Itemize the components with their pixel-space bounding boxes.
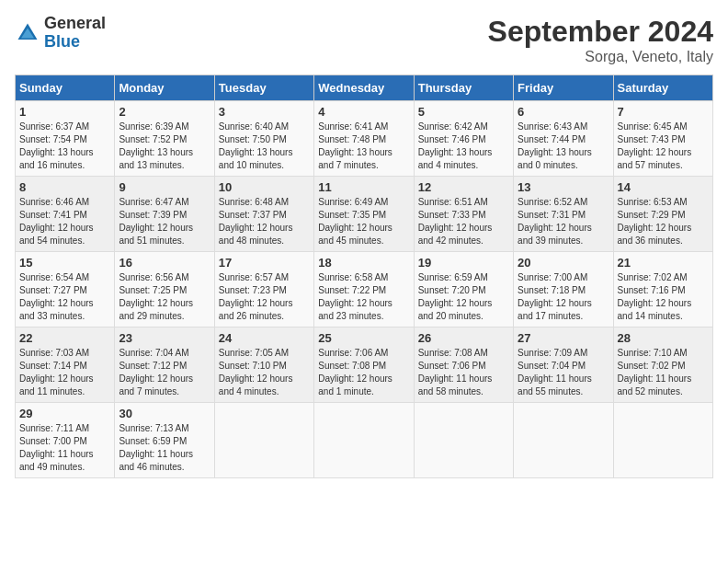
day-number: 26: [418, 331, 509, 345]
sunset-text: Sunset: 7:43 PM: [618, 133, 709, 146]
calendar-cell-w3d2: 24Sunrise: 7:05 AMSunset: 7:10 PMDayligh…: [214, 327, 313, 403]
sunrise-text: Sunrise: 6:45 AM: [618, 121, 709, 133]
sunset-text: Sunset: 7:39 PM: [119, 209, 210, 222]
daylight-text: Daylight: 13 hours and 7 minutes.: [318, 146, 409, 172]
calendar-cell-w2d3: 18Sunrise: 6:58 AMSunset: 7:22 PMDayligh…: [314, 252, 414, 327]
calendar-cell-w1d6: 14Sunrise: 6:53 AMSunset: 7:29 PMDayligh…: [613, 177, 712, 252]
logo-text: General Blue: [44, 15, 106, 52]
sunset-text: Sunset: 7:18 PM: [518, 284, 609, 297]
sunrise-text: Sunrise: 6:47 AM: [119, 196, 210, 209]
calendar-cell-w1d3: 11Sunrise: 6:49 AMSunset: 7:35 PMDayligh…: [314, 177, 414, 252]
sunrise-text: Sunrise: 6:56 AM: [119, 271, 210, 284]
sunrise-text: Sunrise: 6:46 AM: [19, 196, 110, 209]
daylight-text: Daylight: 12 hours and 36 minutes.: [618, 222, 709, 247]
daylight-text: Daylight: 12 hours and 1 minute.: [318, 373, 409, 398]
daylight-text: Daylight: 13 hours and 10 minutes.: [219, 146, 310, 172]
day-number: 23: [119, 331, 210, 345]
day-number: 15: [19, 256, 110, 270]
sunset-text: Sunset: 7:41 PM: [19, 209, 110, 222]
sunset-text: Sunset: 7:25 PM: [119, 284, 210, 297]
calendar-cell-w3d4: 26Sunrise: 7:08 AMSunset: 7:06 PMDayligh…: [414, 327, 513, 403]
week-row-1: 8Sunrise: 6:46 AMSunset: 7:41 PMDaylight…: [16, 177, 713, 252]
day-number: 7: [618, 105, 709, 119]
day-number: 9: [119, 180, 210, 194]
daylight-text: Daylight: 12 hours and 20 minutes.: [418, 297, 509, 323]
sunset-text: Sunset: 7:10 PM: [219, 360, 310, 373]
sunset-text: Sunset: 7:27 PM: [19, 284, 110, 297]
sunrise-text: Sunrise: 7:03 AM: [19, 347, 110, 360]
calendar-cell-w3d0: 22Sunrise: 7:03 AMSunset: 7:14 PMDayligh…: [16, 327, 115, 403]
day-number: 12: [418, 180, 509, 194]
daylight-text: Daylight: 11 hours and 55 minutes.: [518, 373, 609, 398]
calendar-cell-w4d6: [613, 403, 712, 478]
day-number: 30: [119, 407, 210, 420]
daylight-text: Daylight: 12 hours and 26 minutes.: [219, 297, 310, 323]
sunset-text: Sunset: 7:23 PM: [219, 284, 310, 297]
calendar-cell-w3d3: 25Sunrise: 7:06 AMSunset: 7:08 PMDayligh…: [314, 327, 414, 403]
sunset-text: Sunset: 7:37 PM: [219, 209, 310, 222]
calendar-cell-w2d1: 16Sunrise: 6:56 AMSunset: 7:25 PMDayligh…: [115, 252, 214, 327]
sunrise-text: Sunrise: 6:43 AM: [518, 121, 609, 133]
title-area: September 2024 Sorga, Veneto, Italy: [488, 15, 713, 65]
daylight-text: Daylight: 11 hours and 46 minutes.: [119, 448, 210, 474]
sunset-text: Sunset: 7:50 PM: [219, 133, 310, 146]
day-number: 8: [19, 180, 110, 194]
calendar-cell-w2d5: 20Sunrise: 7:00 AMSunset: 7:18 PMDayligh…: [514, 252, 613, 327]
sunrise-text: Sunrise: 6:49 AM: [318, 196, 409, 209]
day-number: 21: [618, 256, 709, 270]
daylight-text: Daylight: 11 hours and 58 minutes.: [418, 373, 509, 398]
day-number: 18: [318, 256, 409, 270]
sunset-text: Sunset: 7:54 PM: [19, 133, 110, 146]
day-number: 16: [119, 256, 210, 270]
sunrise-text: Sunrise: 6:48 AM: [219, 196, 310, 209]
header: General Blue September 2024 Sorga, Venet…: [15, 15, 713, 65]
daylight-text: Daylight: 12 hours and 33 minutes.: [19, 297, 110, 323]
sunrise-text: Sunrise: 6:52 AM: [518, 196, 609, 209]
calendar-cell-w3d1: 23Sunrise: 7:04 AMSunset: 7:12 PMDayligh…: [115, 327, 214, 403]
sunset-text: Sunset: 7:44 PM: [518, 133, 609, 146]
sunrise-text: Sunrise: 7:02 AM: [618, 271, 709, 284]
daylight-text: Daylight: 12 hours and 51 minutes.: [119, 222, 210, 247]
calendar-cell-w0d1: 2Sunrise: 6:39 AMSunset: 7:52 PMDaylight…: [115, 101, 214, 177]
daylight-text: Daylight: 12 hours and 57 minutes.: [618, 146, 709, 172]
calendar-cell-w4d1: 30Sunrise: 7:13 AMSunset: 6:59 PMDayligh…: [115, 403, 214, 478]
daylight-text: Daylight: 13 hours and 16 minutes.: [19, 146, 110, 172]
week-row-3: 22Sunrise: 7:03 AMSunset: 7:14 PMDayligh…: [16, 327, 713, 403]
sunrise-text: Sunrise: 7:11 AM: [19, 422, 110, 435]
calendar-cell-w4d5: [514, 403, 613, 478]
sunset-text: Sunset: 7:20 PM: [418, 284, 509, 297]
calendar-cell-w4d3: [314, 403, 414, 478]
sunset-text: Sunset: 7:29 PM: [618, 209, 709, 222]
day-number: 22: [19, 331, 110, 345]
day-number: 14: [618, 180, 709, 194]
month-title: September 2024: [488, 15, 713, 49]
logo: General Blue: [15, 15, 106, 52]
daylight-text: Daylight: 12 hours and 4 minutes.: [219, 373, 310, 398]
day-number: 13: [518, 180, 609, 194]
sunset-text: Sunset: 7:14 PM: [19, 360, 110, 373]
day-number: 24: [219, 331, 310, 345]
day-number: 11: [318, 180, 409, 194]
col-header-sunday: Sunday: [16, 75, 115, 101]
calendar-cell-w4d0: 29Sunrise: 7:11 AMSunset: 7:00 PMDayligh…: [16, 403, 115, 478]
week-row-2: 15Sunrise: 6:54 AMSunset: 7:27 PMDayligh…: [16, 252, 713, 327]
calendar-cell-w1d2: 10Sunrise: 6:48 AMSunset: 7:37 PMDayligh…: [214, 177, 313, 252]
day-number: 28: [618, 331, 709, 345]
sunrise-text: Sunrise: 6:42 AM: [418, 121, 509, 133]
daylight-text: Daylight: 12 hours and 14 minutes.: [618, 297, 709, 323]
col-header-tuesday: Tuesday: [214, 75, 313, 101]
logo-blue-text: Blue: [44, 33, 106, 52]
week-row-4: 29Sunrise: 7:11 AMSunset: 7:00 PMDayligh…: [16, 403, 713, 478]
sunset-text: Sunset: 7:52 PM: [119, 133, 210, 146]
day-number: 3: [219, 105, 310, 119]
day-number: 10: [219, 180, 310, 194]
daylight-text: Daylight: 12 hours and 39 minutes.: [518, 222, 609, 247]
col-header-wednesday: Wednesday: [314, 75, 414, 101]
calendar-cell-w1d4: 12Sunrise: 6:51 AMSunset: 7:33 PMDayligh…: [414, 177, 513, 252]
day-number: 4: [318, 105, 409, 119]
calendar-cell-w0d3: 4Sunrise: 6:41 AMSunset: 7:48 PMDaylight…: [314, 101, 414, 177]
sunrise-text: Sunrise: 7:06 AM: [318, 347, 409, 360]
daylight-text: Daylight: 11 hours and 49 minutes.: [19, 448, 110, 474]
calendar-cell-w0d2: 3Sunrise: 6:40 AMSunset: 7:50 PMDaylight…: [214, 101, 313, 177]
calendar-cell-w3d6: 28Sunrise: 7:10 AMSunset: 7:02 PMDayligh…: [613, 327, 712, 403]
